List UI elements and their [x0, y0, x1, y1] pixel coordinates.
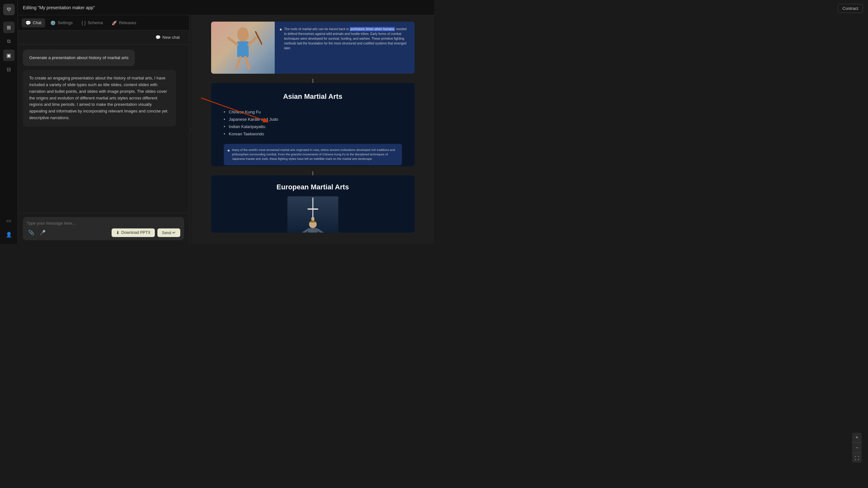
slide-connector-2 [313, 171, 313, 175]
chat-messages: Generate a presentation about history of… [18, 44, 189, 213]
tab-schema[interactable]: { } Schema [78, 19, 106, 27]
svg-rect-3 [237, 41, 249, 57]
svg-line-5 [228, 38, 237, 44]
narration-dot-2 [228, 150, 229, 152]
mic-icon[interactable]: 🎤 [38, 228, 47, 237]
narration-bullet-2: Many of the world's most renowned martia… [228, 148, 398, 161]
slide2-bullet-3: Indian Kalaripayattu [224, 123, 402, 130]
new-chat-button[interactable]: 💬 New chat [151, 33, 184, 42]
send-label: Send ↵ [162, 230, 176, 235]
slide2-bullets: Chinese Kung Fu Japanese Karate and Judo… [224, 108, 402, 137]
slide1-image [211, 22, 275, 74]
tab-settings-label: Settings [58, 20, 72, 25]
chat-actions-right: ⬇ Download PPTX Send ↵ [112, 228, 180, 237]
download-pptx-button[interactable]: ⬇ Download PPTX [112, 228, 155, 237]
user-message-text: Generate a presentation about history of… [29, 55, 128, 60]
slide-asian: Asian Martial Arts Chinese Kung Fu Japan… [211, 83, 414, 166]
new-chat-icon: 💬 [155, 35, 161, 40]
schema-tab-icon: { } [82, 20, 86, 25]
slide1-bullet: The roots of martial arts can be traced … [280, 27, 409, 51]
svg-point-4 [238, 27, 248, 37]
chat-panel: 💬 Chat ⚙️ Settings { } Schema 🚀 Releases [18, 15, 189, 244]
slide2-bullet-1: Chinese Kung Fu [224, 108, 402, 116]
ai-message-text: To create an engaging presentation about… [29, 76, 167, 120]
slide-european: European Martial Arts [211, 175, 414, 233]
chat-input-wrapper: 📎 🎤 ⬇ Download PPTX Send ↵ [23, 217, 184, 240]
icon-sidebar: ⊞ ⧉ ▣ ⊟ ▭ 👤 [0, 0, 18, 244]
slide3-content: European Martial Arts [211, 175, 414, 233]
top-bar: Editing "My presentation maker app" [18, 0, 434, 15]
slide2-narration-text: Many of the world's most renowned martia… [232, 148, 398, 161]
slide-connector-1 [313, 79, 313, 83]
slide1-text-area: The roots of martial arts can be traced … [275, 22, 414, 74]
sidebar-item-user[interactable]: 👤 [3, 229, 14, 240]
sidebar-item-layers[interactable]: ⧉ [3, 36, 14, 47]
slide2-narration: Many of the world's most renowned martia… [224, 144, 402, 165]
chat-input-area: 📎 🎤 ⬇ Download PPTX Send ↵ [18, 213, 189, 244]
tab-bar: 💬 Chat ⚙️ Settings { } Schema 🚀 Releases [18, 15, 189, 31]
bullet-dot [280, 29, 282, 31]
tab-chat-label: Chat [33, 20, 41, 25]
sidebar-item-panel[interactable]: ▭ [3, 215, 14, 226]
slide1-image-inner [211, 22, 275, 74]
download-icon: ⬇ [116, 230, 120, 235]
svg-line-6 [249, 36, 257, 44]
send-button[interactable]: Send ↵ [157, 228, 180, 237]
slide2-title: Asian Martial Arts [224, 93, 402, 101]
slide3-image-area [224, 196, 402, 233]
svg-line-7 [237, 57, 240, 68]
svg-line-15 [303, 230, 308, 233]
slide-prehistoric: The roots of martial arts can be traced … [211, 22, 414, 74]
slide1-content: The roots of martial arts can be traced … [211, 22, 414, 74]
chat-tab-icon: 💬 [25, 20, 31, 25]
slide2-bullet-4: Korean Taekwondo [224, 130, 402, 137]
sidebar-item-grid[interactable]: ⊞ [3, 22, 14, 33]
main-area: Editing "My presentation maker app" 💬 Ch… [18, 0, 434, 244]
tab-releases[interactable]: 🚀 Releases [108, 19, 140, 27]
tab-schema-label: Schema [88, 20, 103, 25]
content-row: 💬 Chat ⚙️ Settings { } Schema 🚀 Releases [18, 15, 434, 244]
slide2-bullet-2: Japanese Karate and Judo [224, 116, 402, 123]
user-message-1: Generate a presentation about history of… [23, 50, 135, 66]
tab-releases-label: Releases [119, 20, 136, 25]
chat-input[interactable] [27, 221, 180, 226]
new-chat-bar: 💬 New chat [18, 31, 189, 44]
sidebar-item-document[interactable]: ▣ [3, 50, 14, 61]
slide3-image [287, 196, 338, 233]
settings-tab-icon: ⚙️ [50, 20, 56, 25]
slide2-content: Asian Martial Arts Chinese Kung Fu Japan… [211, 83, 414, 166]
tab-settings[interactable]: ⚙️ Settings [46, 19, 76, 27]
sidebar-item-database[interactable]: ⊟ [3, 64, 14, 75]
attach-icon[interactable]: 📎 [27, 228, 36, 237]
svg-line-8 [245, 57, 249, 68]
new-chat-label: New chat [162, 35, 180, 40]
chat-input-actions: 📎 🎤 ⬇ Download PPTX Send ↵ [27, 228, 180, 237]
app-title: Editing "My presentation maker app" [23, 5, 95, 10]
tab-chat[interactable]: 💬 Chat [22, 19, 45, 27]
logo-icon[interactable] [3, 4, 14, 15]
slide1-narration-text: The roots of martial arts can be traced … [284, 27, 409, 51]
download-label: Download PPTX [121, 230, 151, 235]
svg-rect-14 [308, 228, 318, 233]
slides-panel: The roots of martial arts can be traced … [191, 15, 434, 244]
releases-tab-icon: 🚀 [112, 20, 117, 25]
svg-point-17 [311, 218, 314, 221]
slide3-title: European Martial Arts [224, 183, 402, 191]
svg-line-16 [318, 230, 322, 233]
ai-message-1: To create an engaging presentation about… [23, 70, 176, 126]
